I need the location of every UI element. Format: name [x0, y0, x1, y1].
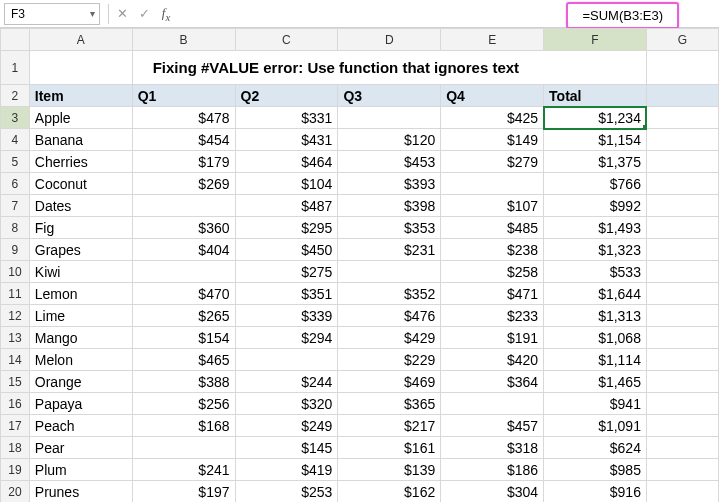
row-header-4[interactable]: 4 [1, 129, 30, 151]
cell-empty[interactable] [646, 195, 718, 217]
sheet-title[interactable]: Fixing #VALUE error: Use function that i… [132, 51, 646, 85]
cell-G1[interactable] [646, 51, 718, 85]
select-all-corner[interactable] [1, 29, 30, 51]
cell-item[interactable]: Peach [29, 415, 132, 437]
row-header-16[interactable]: 16 [1, 393, 30, 415]
cell-q4[interactable]: $457 [441, 415, 544, 437]
cell-total[interactable]: $1,154 [544, 129, 647, 151]
cell-total[interactable]: $1,323 [544, 239, 647, 261]
cell-G2[interactable] [646, 85, 718, 107]
cell-q3[interactable]: $139 [338, 459, 441, 481]
cell-empty[interactable] [646, 349, 718, 371]
cell-total[interactable]: $1,375 [544, 151, 647, 173]
col-header-A[interactable]: A [29, 29, 132, 51]
cell-total[interactable]: $533 [544, 261, 647, 283]
cell-empty[interactable] [646, 217, 718, 239]
cell-q2[interactable]: $244 [235, 371, 338, 393]
cell-q3[interactable]: $120 [338, 129, 441, 151]
cell-q1[interactable] [132, 437, 235, 459]
hdr-q3[interactable]: Q3 [338, 85, 441, 107]
cell-total[interactable]: $1,644 [544, 283, 647, 305]
cell-q2[interactable]: $487 [235, 195, 338, 217]
cell-q1[interactable]: $454 [132, 129, 235, 151]
cell-total[interactable]: $624 [544, 437, 647, 459]
cell-item[interactable]: Melon [29, 349, 132, 371]
cell-q4[interactable]: $238 [441, 239, 544, 261]
cell-q2[interactable]: $294 [235, 327, 338, 349]
col-header-E[interactable]: E [441, 29, 544, 51]
fx-icon[interactable]: fx [155, 5, 177, 23]
row-header-12[interactable]: 12 [1, 305, 30, 327]
cell-item[interactable]: Grapes [29, 239, 132, 261]
cell-q4[interactable]: $471 [441, 283, 544, 305]
cell-q1[interactable]: $256 [132, 393, 235, 415]
cell-empty[interactable] [646, 437, 718, 459]
cell-empty[interactable] [646, 151, 718, 173]
cell-empty[interactable] [646, 305, 718, 327]
cell-q4[interactable]: $279 [441, 151, 544, 173]
cell-q1[interactable]: $465 [132, 349, 235, 371]
cell-empty[interactable] [646, 459, 718, 481]
cell-q1[interactable]: $478 [132, 107, 235, 129]
cell-q3[interactable]: $352 [338, 283, 441, 305]
cell-q4[interactable]: $107 [441, 195, 544, 217]
cell-item[interactable]: Coconut [29, 173, 132, 195]
cell-total[interactable]: $1,313 [544, 305, 647, 327]
cell-empty[interactable] [646, 173, 718, 195]
cell-item[interactable]: Orange [29, 371, 132, 393]
row-header-2[interactable]: 2 [1, 85, 30, 107]
cell-q2[interactable]: $339 [235, 305, 338, 327]
cell-q4[interactable]: $233 [441, 305, 544, 327]
hdr-q2[interactable]: Q2 [235, 85, 338, 107]
cell-q1[interactable]: $179 [132, 151, 235, 173]
cell-q1[interactable]: $404 [132, 239, 235, 261]
cell-item[interactable]: Prunes [29, 481, 132, 503]
cell-q3[interactable]: $469 [338, 371, 441, 393]
cell-q2[interactable]: $464 [235, 151, 338, 173]
cell-total[interactable]: $1,068 [544, 327, 647, 349]
cell-q2[interactable]: $450 [235, 239, 338, 261]
cell-q4[interactable]: $186 [441, 459, 544, 481]
cell-q1[interactable] [132, 261, 235, 283]
cell-empty[interactable] [646, 327, 718, 349]
cell-total[interactable]: $1,465 [544, 371, 647, 393]
cell-item[interactable]: Kiwi [29, 261, 132, 283]
cell-item[interactable]: Banana [29, 129, 132, 151]
hdr-item[interactable]: Item [29, 85, 132, 107]
cell-item[interactable]: Lemon [29, 283, 132, 305]
cancel-icon[interactable]: ✕ [111, 6, 133, 21]
hdr-total[interactable]: Total [544, 85, 647, 107]
col-header-D[interactable]: D [338, 29, 441, 51]
hdr-q4[interactable]: Q4 [441, 85, 544, 107]
cell-q2[interactable]: $275 [235, 261, 338, 283]
cell-empty[interactable] [646, 129, 718, 151]
cell-q2[interactable]: $295 [235, 217, 338, 239]
cell-q4[interactable] [441, 393, 544, 415]
cell-q4[interactable]: $304 [441, 481, 544, 503]
cell-q1[interactable]: $197 [132, 481, 235, 503]
cell-item[interactable]: Papaya [29, 393, 132, 415]
cell-total[interactable]: $985 [544, 459, 647, 481]
row-header-5[interactable]: 5 [1, 151, 30, 173]
cell-q1[interactable]: $388 [132, 371, 235, 393]
cell-q2[interactable]: $351 [235, 283, 338, 305]
cell-q3[interactable] [338, 261, 441, 283]
cell-q3[interactable] [338, 107, 441, 129]
cell-q1[interactable] [132, 195, 235, 217]
cell-empty[interactable] [646, 371, 718, 393]
spreadsheet-grid[interactable]: ABCDEFG1Fixing #VALUE error: Use functio… [0, 28, 719, 502]
col-header-B[interactable]: B [132, 29, 235, 51]
cell-q4[interactable]: $318 [441, 437, 544, 459]
row-header-20[interactable]: 20 [1, 481, 30, 503]
cell-item[interactable]: Cherries [29, 151, 132, 173]
cell-q1[interactable]: $470 [132, 283, 235, 305]
row-header-3[interactable]: 3 [1, 107, 30, 129]
cell-q2[interactable]: $419 [235, 459, 338, 481]
cell-total[interactable]: $766 [544, 173, 647, 195]
cell-q3[interactable]: $161 [338, 437, 441, 459]
cell-q4[interactable] [441, 173, 544, 195]
row-header-7[interactable]: 7 [1, 195, 30, 217]
cell-q3[interactable]: $229 [338, 349, 441, 371]
cell-q4[interactable]: $258 [441, 261, 544, 283]
row-header-1[interactable]: 1 [1, 51, 30, 85]
